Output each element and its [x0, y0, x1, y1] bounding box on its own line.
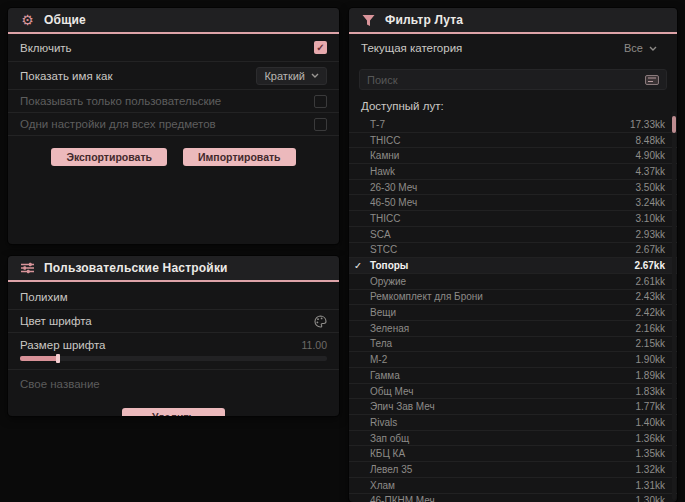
enable-label: Включить: [20, 42, 72, 54]
loot-item-name: STCC: [370, 244, 397, 255]
custom-settings-header: Пользовательские Настройки: [8, 256, 339, 282]
loot-row[interactable]: Тела 2.15kk: [349, 337, 677, 353]
loot-row[interactable]: Общ Меч 1.83kk: [349, 384, 677, 400]
loot-item-name: Топоры: [370, 260, 408, 271]
loot-item-value: 4.90kk: [636, 150, 665, 161]
loot-item-value: 4.37kk: [636, 166, 665, 177]
category-dropdown[interactable]: Все: [616, 39, 665, 57]
loot-row[interactable]: SCA 2.93kk: [349, 227, 677, 243]
loot-item-value: 1.40kk: [636, 417, 665, 428]
loot-item-value: 1.83kk: [636, 386, 665, 397]
gear-icon: ⚙: [20, 13, 35, 28]
loot-row[interactable]: 26-30 Меч 3.50kk: [349, 180, 677, 196]
loot-row[interactable]: THICC 3.10kk: [349, 211, 677, 227]
enable-row: Включить ✓: [8, 34, 339, 62]
loot-item-value: 3.10kk: [636, 213, 665, 224]
enable-checkbox[interactable]: ✓: [314, 41, 327, 54]
loot-item-value: 1.31kk: [636, 480, 665, 491]
same-settings-label: Одни настройки для всех предметов: [20, 118, 216, 130]
loot-row[interactable]: Гамма 1.89kk: [349, 368, 677, 384]
palette-icon[interactable]: [314, 315, 327, 328]
general-panel: ⚙ Общие Включить ✓ Показать имя как Крат…: [8, 8, 339, 244]
loot-row[interactable]: THICC 8.48kk: [349, 133, 677, 149]
loot-item-name: SCA: [370, 229, 391, 240]
loot-row[interactable]: Зап общ 1.36kk: [349, 431, 677, 447]
loot-row[interactable]: Камни 4.90kk: [349, 148, 677, 164]
loot-row[interactable]: Эпич Зав Меч 1.77kk: [349, 399, 677, 415]
funnel-icon: [361, 13, 376, 28]
font-color-row: Цвет шрифта: [8, 310, 339, 333]
loot-item-name: Зап общ: [370, 433, 409, 444]
loot-row[interactable]: ✓ Топоры 2.67kk: [349, 258, 677, 274]
font-size-slider[interactable]: [20, 356, 327, 361]
same-settings-row: Одни настройки для всех предметов: [8, 113, 339, 136]
category-row: Текущая категория Все: [349, 34, 677, 62]
loot-row[interactable]: Хлам 1.31kk: [349, 478, 677, 494]
custom-name-row: [8, 370, 339, 398]
show-name-row: Показать имя как Краткий: [8, 62, 339, 90]
loot-row[interactable]: Ремкомплект для Брони 2.43kk: [349, 290, 677, 306]
loot-item-name: М-2: [370, 354, 387, 365]
loot-item-value: 8.48kk: [636, 135, 665, 146]
available-loot-label: Доступный лут:: [349, 92, 677, 117]
font-size-value: 11.00: [302, 339, 328, 351]
sliders-icon: [20, 261, 35, 276]
loot-item-value: 17.33kk: [630, 119, 665, 130]
loot-item-name: Вещи: [370, 307, 396, 318]
only-custom-checkbox[interactable]: [314, 95, 327, 108]
loot-item-value: 2.15kk: [636, 338, 665, 349]
loot-row[interactable]: Левел 35 1.32kk: [349, 462, 677, 478]
loot-item-value: 1.36kk: [636, 433, 665, 444]
loot-row[interactable]: STCC 2.67kk: [349, 243, 677, 259]
loot-item-value: 2.93kk: [636, 229, 665, 240]
loot-row[interactable]: Зеленая 2.16kk: [349, 321, 677, 337]
loot-filter-title: Фильтр Лута: [385, 13, 463, 27]
keyboard-icon[interactable]: [645, 75, 659, 85]
loot-item-name: Гамма: [370, 370, 400, 381]
loot-item-name: КБЦ КА: [370, 448, 405, 459]
export-button[interactable]: Экспортировать: [51, 148, 167, 166]
loot-scrollbar-thumb[interactable]: [672, 116, 676, 133]
mod-config-screen: ⚙ Общие Включить ✓ Показать имя как Крат…: [0, 0, 685, 502]
chevron-down-icon: [649, 46, 657, 51]
loot-row[interactable]: Rivals 1.40kk: [349, 415, 677, 431]
selected-item-name: Полихим: [8, 282, 339, 310]
loot-row[interactable]: Т-7 17.33kk: [349, 117, 677, 133]
delete-row: Удалить: [8, 398, 339, 416]
loot-row[interactable]: 46-50 Меч 3.24kk: [349, 195, 677, 211]
export-import-row: Экспортировать Импортировать: [8, 136, 339, 166]
custom-name-input[interactable]: [20, 378, 327, 390]
loot-item-name: 46-ПКНМ Меч: [370, 495, 435, 502]
loot-item-name: Тела: [370, 338, 392, 349]
loot-item-name: Камни: [370, 150, 399, 161]
loot-item-value: 1.32kk: [636, 464, 665, 475]
show-name-label: Показать имя как: [20, 70, 113, 82]
loot-row[interactable]: Hawk 4.37kk: [349, 164, 677, 180]
category-label: Текущая категория: [361, 42, 462, 54]
loot-item-value: 2.61kk: [636, 276, 665, 287]
show-name-value: Краткий: [264, 70, 305, 82]
loot-item-value: 3.50kk: [636, 182, 665, 193]
loot-item-value: 1.89kk: [636, 370, 665, 381]
slider-handle[interactable]: [56, 354, 60, 363]
import-button[interactable]: Импортировать: [183, 148, 296, 166]
loot-item-value: 2.67kk: [636, 244, 665, 255]
loot-row[interactable]: Вещи 2.42kk: [349, 305, 677, 321]
loot-item-name: 46-50 Меч: [370, 197, 417, 208]
same-settings-checkbox[interactable]: [314, 118, 327, 131]
loot-row[interactable]: КБЦ КА 1.35kk: [349, 446, 677, 462]
loot-scrollbar[interactable]: [672, 111, 676, 500]
delete-button[interactable]: Удалить: [122, 408, 225, 416]
custom-settings-panel: Пользовательские Настройки Полихим Цвет …: [8, 256, 339, 416]
loot-item-name: THICC: [370, 213, 401, 224]
loot-row[interactable]: Оружие 2.61kk: [349, 274, 677, 290]
custom-settings-title: Пользовательские Настройки: [44, 261, 228, 275]
loot-item-name: Общ Меч: [370, 386, 413, 397]
loot-item-value: 1.30kk: [636, 495, 665, 502]
search-input[interactable]: [367, 74, 639, 86]
slider-fill: [20, 356, 58, 361]
search-box: [359, 69, 667, 90]
show-name-dropdown[interactable]: Краткий: [256, 67, 327, 85]
loot-row[interactable]: 46-ПКНМ Меч 1.30kk: [349, 494, 677, 502]
loot-row[interactable]: М-2 1.90kk: [349, 352, 677, 368]
